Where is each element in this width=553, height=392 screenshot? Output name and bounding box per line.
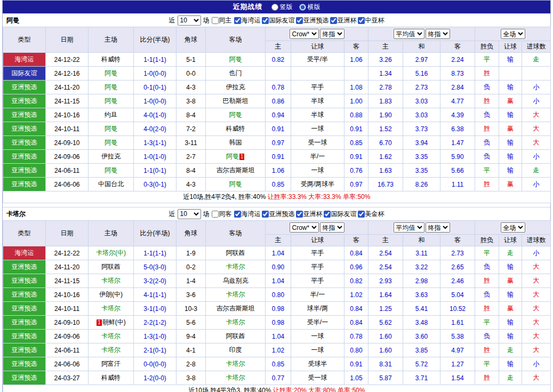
competition-checkbox[interactable] <box>234 17 241 24</box>
team-label: 阿富汗 <box>101 360 121 367</box>
odds-stage-select[interactable]: 终指 <box>320 29 344 39</box>
competition-filter[interactable]: 中亚杯 <box>358 16 384 25</box>
competition-checkbox[interactable] <box>234 211 241 218</box>
match-score[interactable]: 4-1(1-1) <box>134 288 177 302</box>
competition-filter[interactable]: 美金杯 <box>358 210 384 219</box>
team-label: 科威特 <box>226 125 245 132</box>
handicap-result: 输 <box>499 288 522 302</box>
competition-checkbox[interactable] <box>358 17 365 24</box>
odds-away: 0.82 <box>344 274 368 288</box>
competition-checkbox[interactable] <box>324 211 331 218</box>
match-score[interactable]: 5-0(3-0) <box>134 260 177 274</box>
team-label: 阿曼 <box>105 97 117 105</box>
same-venue-filter[interactable]: 同客 <box>212 210 232 219</box>
home-team: 科威特 <box>89 371 134 385</box>
match-score[interactable]: 0-0(0-0) <box>134 357 177 371</box>
handicap-result: 输 <box>499 136 522 150</box>
handicap-line: 半/一 <box>291 288 344 302</box>
match-result: 胜 <box>475 94 499 108</box>
scope-select[interactable]: 全场 <box>501 29 525 39</box>
away-team: 阿曼 <box>206 53 266 67</box>
competition-checkbox[interactable] <box>296 211 303 218</box>
competition-filter[interactable]: 海湾运 <box>234 210 261 219</box>
match-count-select[interactable]: 10 <box>178 209 201 219</box>
layout-option[interactable]: 横版 <box>299 3 320 12</box>
match-score[interactable]: 0-3(0-1) <box>134 178 177 191</box>
avg-source-select[interactable]: 平均值 <box>394 29 424 39</box>
competition-filter[interactable]: 海湾运 <box>234 16 261 25</box>
competition-checkbox[interactable] <box>330 17 337 24</box>
team-label: 伊朗(中) <box>99 291 123 298</box>
same-venue-filter[interactable]: 同主 <box>212 16 232 25</box>
avg-away-odds: 5.90 <box>440 150 475 164</box>
match-row: 亚洲预选24-09-101朝鲜(中)2-2(1-2)5-6卡塔尔0.98受半/一… <box>3 316 551 330</box>
handicap-result: 输 <box>499 316 522 330</box>
layout-option[interactable]: 竖版 <box>271 3 293 12</box>
match-score[interactable]: 1-3(1-0) <box>134 330 177 343</box>
competition-filter[interactable]: 国际友谊 <box>262 16 295 25</box>
competition-checkbox[interactable] <box>358 211 365 218</box>
handicap-line: 受一球 <box>291 136 344 150</box>
competition-filter[interactable]: 亚洲预选 <box>296 16 329 25</box>
odds-source-select[interactable]: Crow* <box>290 222 319 233</box>
competition-filter[interactable]: 亚洲杯 <box>296 210 323 219</box>
competition-filter[interactable]: 亚洲预选 <box>262 210 295 219</box>
home-team: 1朝鲜(中) <box>89 316 134 330</box>
away-team: 卡塔尔 <box>206 260 266 274</box>
competition-filter[interactable]: 亚洲杯 <box>330 16 357 25</box>
match-date: 24-09-06 <box>46 150 89 164</box>
col-goal-result-header: 进球数 <box>522 235 551 246</box>
odds-stage-select[interactable]: 终指 <box>320 222 344 233</box>
goal-result: 小 <box>522 81 551 94</box>
team-name: 阿曼 <box>6 16 19 25</box>
team-section: 阿曼 近 10 场 同主 海湾运国际友谊亚洲预选亚洲杯中亚杯 <box>3 13 550 203</box>
match-row: 亚洲预选24-06-06阿富汗0-0(0-0)2-8卡塔尔0.85受球半0.91… <box>3 357 551 371</box>
odds-source-select[interactable]: Crow* <box>290 29 319 39</box>
avg-home-odds: 2.78 <box>368 81 403 94</box>
match-row: 国际友谊24-12-16阿曼1-0(0-0)0-0也门1.345.168.73胜 <box>3 67 551 81</box>
summary-record: 近10场,胜4平3负3, 胜率:40% <box>189 387 271 392</box>
same-venue-checkbox[interactable] <box>212 17 219 24</box>
match-score[interactable]: 1-2(0-0) <box>134 371 177 385</box>
odds-away: 1.06 <box>344 53 368 67</box>
odds-home: 0.86 <box>266 94 291 108</box>
odds-away: 0.96 <box>344 260 368 274</box>
competition-checkbox[interactable] <box>262 17 269 24</box>
layout-radio[interactable] <box>299 4 306 11</box>
avg-source-select[interactable]: 平均值 <box>394 222 424 233</box>
avg-home-odds: 16.73 <box>368 178 403 191</box>
match-score[interactable]: 1-3(1-1) <box>134 136 177 150</box>
match-score[interactable]: 1-0(0-0) <box>134 94 177 108</box>
match-type-badge: 亚洲预选 <box>3 357 46 371</box>
match-score[interactable]: 3-1(1-0) <box>134 302 177 316</box>
match-score[interactable]: 2-1(0-1) <box>134 343 177 357</box>
match-score[interactable]: 4-0(1-0) <box>134 108 177 122</box>
match-score[interactable]: 2-2(1-2) <box>134 316 177 330</box>
team-section: 卡塔尔 近 10 场 同客 海湾运亚洲预选亚洲杯国际友谊美金杯 <box>3 207 550 392</box>
avg-draw-odds: 3.03 <box>403 94 440 108</box>
scope-select[interactable]: 全场 <box>501 222 525 233</box>
match-score[interactable]: 4-0(2-0) <box>134 122 177 136</box>
match-type-badge: 亚洲预选 <box>3 316 46 330</box>
match-score[interactable]: 1-0(0-0) <box>134 67 177 81</box>
match-score[interactable]: 1-1(1-1) <box>134 246 177 260</box>
competition-filter[interactable]: 国际友谊 <box>324 210 357 219</box>
competition-checkbox[interactable] <box>296 17 303 24</box>
layout-radio[interactable] <box>271 4 278 11</box>
handicap-result: 输 <box>499 357 522 371</box>
same-venue-checkbox[interactable] <box>212 211 219 218</box>
match-score[interactable]: 1-1(1-1) <box>134 53 177 67</box>
goal-result: 小 <box>522 357 551 371</box>
match-count-select[interactable]: 10 <box>178 15 201 26</box>
match-score[interactable]: 1-1(0-1) <box>134 164 177 178</box>
avg-stage-select[interactable]: 终指 <box>426 29 450 39</box>
match-score[interactable]: 3-2(2-0) <box>134 274 177 288</box>
match-score[interactable]: 0-1(0-1) <box>134 81 177 94</box>
competition-label: 中亚杯 <box>365 16 384 25</box>
competition-checkbox[interactable] <box>262 211 269 218</box>
match-score[interactable]: 1-0(1-0) <box>134 150 177 164</box>
odds-home: 0.85 <box>266 178 291 191</box>
col-avg-draw-header: 和 <box>403 235 440 246</box>
match-date: 24-11-20 <box>46 81 89 94</box>
avg-stage-select[interactable]: 终指 <box>426 222 450 233</box>
